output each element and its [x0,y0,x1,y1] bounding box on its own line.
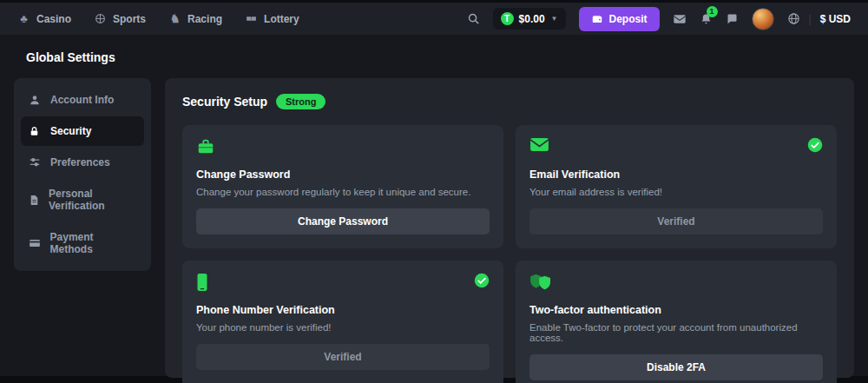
document-icon [29,195,40,206]
nav-item-label: Lottery [264,13,299,25]
chevron-down-icon: ▼ [551,15,558,23]
panel-title: Security Setup [182,95,267,109]
sidebar-item-label: Personal Verification [49,188,136,212]
sidebar-item-label: Account Info [50,94,114,106]
phone-icon [196,273,208,295]
card-title: Email Verification [529,168,823,181]
security-panel: Security Setup Strong Change Password Ch… [165,78,854,378]
nav-item-casino[interactable]: ♣ Casino [17,12,71,25]
user-icon [29,94,42,106]
email-verification-card: Email Verification Your email address is… [516,125,837,248]
top-navbar: ♣ Casino Sports ♞ Racing Lottery T $0.00 [0,3,868,35]
navbar-actions: T $0.00 ▼ Deposit 1 | $ USD [467,7,851,31]
two-factor-card: Two-factor authentication Enable Two-fac… [516,261,837,383]
balance-selector[interactable]: T $0.00 ▼ [493,8,566,30]
sliders-icon [29,156,42,168]
briefcase-lock-icon [196,137,215,160]
nav-item-racing[interactable]: ♞ Racing [168,12,222,25]
card-top [529,137,823,162]
bell-icon[interactable]: 1 [700,12,713,26]
nav-item-label: Sports [113,13,146,25]
sidebar-item-payment-methods[interactable]: Payment Methods [21,222,144,264]
panel-header: Security Setup Strong [182,94,837,109]
sidebar-item-label: Preferences [50,156,110,168]
inbox-icon[interactable] [673,12,687,26]
tether-coin-icon: T [501,12,514,25]
nav-item-label: Racing [187,13,222,25]
currency-label: $ USD [820,13,851,25]
card-description: Your phone number is verified! [196,322,490,333]
card-title: Change Password [196,168,490,181]
globe-icon [787,12,800,25]
check-circle-icon [807,137,823,156]
casino-icon: ♣ [17,12,30,25]
user-avatar[interactable] [752,8,774,30]
card-description: Enable Two-factor to protect your accoun… [529,322,823,343]
card-title: Phone Number Verification [196,304,490,316]
lottery-icon [245,12,258,25]
divider: | [809,13,812,25]
wallet-icon [591,13,603,25]
lock-icon [29,126,42,137]
sidebar-item-label: Payment Methods [50,231,136,255]
card-title: Two-factor authentication [529,304,823,316]
sidebar-item-security[interactable]: Security [21,116,144,146]
nav-item-label: Casino [36,13,71,25]
sidebar-item-personal-verification[interactable]: Personal Verification [21,179,144,221]
card-description: Change your password regularly to keep i… [196,187,490,197]
settings-content: Account Info Security Preferences Person… [14,78,854,378]
email-verified-button[interactable]: Verified [529,208,823,234]
change-password-card: Change Password Change your password reg… [182,125,503,248]
search-icon[interactable] [467,12,480,25]
disable-2fa-button[interactable]: Disable 2FA [529,354,823,380]
sidebar-item-label: Security [50,125,91,137]
deposit-button[interactable]: Deposit [579,7,660,31]
envelope-icon [529,137,549,156]
racing-icon: ♞ [168,12,181,25]
security-cards-grid: Change Password Change your password reg… [182,125,837,383]
chat-icon[interactable] [726,12,739,25]
nav-item-sports[interactable]: Sports [94,12,146,25]
deposit-label: Deposit [609,13,648,25]
card-top [196,137,490,162]
notification-badge: 1 [707,6,718,17]
shields-icon [529,273,552,295]
card-top [529,273,823,297]
settings-sidebar: Account Info Security Preferences Person… [14,78,151,271]
sidebar-item-preferences[interactable]: Preferences [21,148,144,177]
balance-amount: $0.00 [519,13,545,25]
sidebar-item-account-info[interactable]: Account Info [21,85,144,115]
change-password-button[interactable]: Change Password [196,208,490,234]
phone-verified-button[interactable]: Verified [196,344,490,370]
page-title: Global Settings [26,50,854,64]
phone-verification-card: Phone Number Verification Your phone num… [182,261,503,383]
primary-nav: ♣ Casino Sports ♞ Racing Lottery [17,12,299,25]
strength-badge: Strong [276,94,326,109]
card-top [196,273,490,297]
sports-icon [94,12,107,25]
nav-item-lottery[interactable]: Lottery [245,12,299,25]
card-description: Your email address is verified! [529,187,823,197]
currency-selector[interactable]: | $ USD [787,12,851,25]
settings-page: Global Settings Account Info Security P [0,35,868,376]
credit-card-icon [29,237,42,249]
check-circle-icon [474,273,490,292]
